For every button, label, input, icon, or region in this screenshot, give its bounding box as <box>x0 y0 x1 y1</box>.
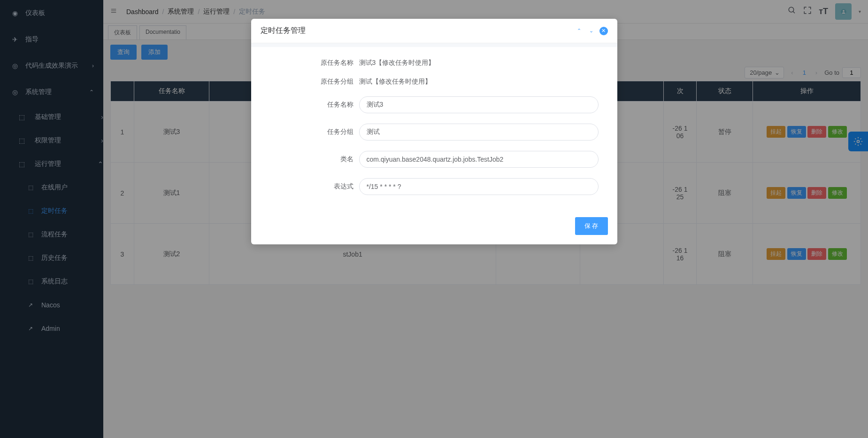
form-value: 测试【修改任务时使用】 <box>359 78 599 86</box>
modal-up-icon[interactable]: ⌃ <box>575 27 584 35</box>
form-row-class: 类名 <box>270 151 599 168</box>
modal-controls: ⌃ ⌄ ✕ <box>575 27 608 35</box>
expression-input[interactable] <box>359 178 599 195</box>
modal-divider <box>251 43 617 47</box>
modal: 定时任务管理 ⌃ ⌄ ✕ 原任务名称 测试3【修改任务时使用】 原任务分组 测试… <box>251 19 617 244</box>
modal-body: 原任务名称 测试3【修改任务时使用】 原任务分组 测试【修改任务时使用】 任务名… <box>251 47 617 210</box>
class-name-input[interactable] <box>359 151 599 168</box>
form-row-group: 任务分组 <box>270 124 599 141</box>
modal-close-icon[interactable]: ✕ <box>599 27 608 35</box>
task-group-input[interactable] <box>359 124 599 141</box>
modal-overlay[interactable]: 定时任务管理 ⌃ ⌄ ✕ 原任务名称 测试3【修改任务时使用】 原任务分组 测试… <box>0 0 868 438</box>
form-row-orig-name: 原任务名称 测试3【修改任务时使用】 <box>270 59 599 67</box>
modal-down-icon[interactable]: ⌄ <box>587 27 596 35</box>
modal-header: 定时任务管理 ⌃ ⌄ ✕ <box>251 19 617 43</box>
form-row-orig-group: 原任务分组 测试【修改任务时使用】 <box>270 78 599 86</box>
form-label: 原任务分组 <box>270 78 359 86</box>
form-label: 类名 <box>270 155 359 164</box>
form-label: 任务分组 <box>270 128 359 136</box>
modal-title: 定时任务管理 <box>261 26 306 36</box>
form-value: 测试3【修改任务时使用】 <box>359 59 599 67</box>
form-row-name: 任务名称 <box>270 96 599 113</box>
form-label: 任务名称 <box>270 101 359 109</box>
modal-footer: 保 存 <box>251 210 617 244</box>
task-name-input[interactable] <box>359 96 599 113</box>
form-label: 原任务名称 <box>270 59 359 67</box>
form-label: 表达式 <box>270 182 359 191</box>
form-row-expr: 表达式 <box>270 178 599 195</box>
save-button[interactable]: 保 存 <box>575 217 608 235</box>
